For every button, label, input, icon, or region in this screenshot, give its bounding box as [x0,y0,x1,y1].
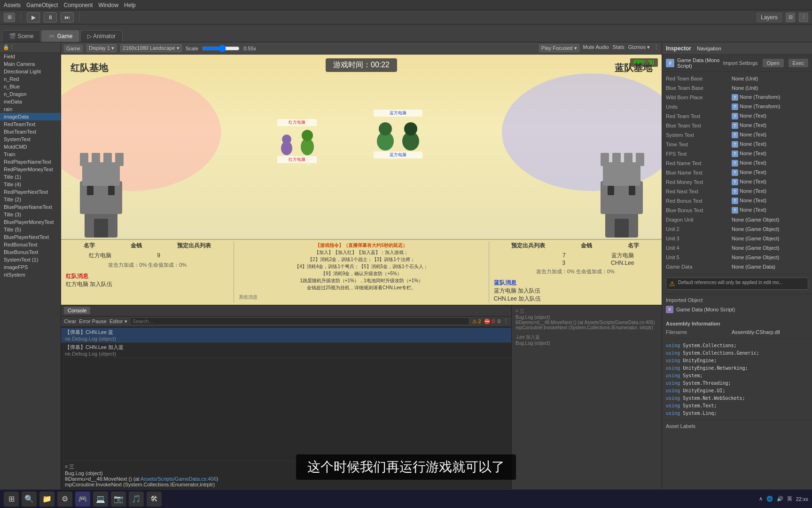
field-value-0[interactable]: None (Unit) [732,76,808,81]
hierarchy-item-medata[interactable]: meData [0,98,61,105]
field-value-8[interactable]: TNone (Text) [732,151,808,157]
menu-gameobject[interactable]: GameObject [26,2,58,8]
more-options[interactable]: ⋮ [654,44,659,52]
open-button[interactable]: Open [763,59,784,67]
menu-help[interactable]: Help [124,2,136,8]
taskbar-lang[interactable]: 英 [787,495,792,502]
console-search[interactable] [130,318,469,325]
field-value-17[interactable]: None (Game Object) [732,236,808,241]
tab-animator[interactable]: ▷ Animator [80,30,123,42]
exec-button[interactable]: Exec [789,59,808,67]
display-dropdown[interactable]: Display 1 ▾ [86,44,117,52]
taskbar-files[interactable]: 📁 [39,492,55,507]
hierarchy-item-bluepmoney[interactable]: BluePlayerMoneyText [0,218,61,226]
layout-btn[interactable]: ⊟ [786,13,795,22]
taskbar-browser[interactable]: 🔍 [22,492,37,507]
hierarchy-item-systemtext1[interactable]: SystemText (1) [0,256,61,263]
resolution-dropdown[interactable]: 2160x1080 Landscape ▾ [120,44,181,52]
field-value-2[interactable]: TNone (Transform) [732,94,808,101]
field-value-9[interactable]: TNone (Text) [732,160,808,167]
field-value-15[interactable]: None (Game Object) [732,217,808,222]
field-value-14[interactable]: TNone (Text) [732,207,808,214]
taskbar-photo[interactable]: 📷 [111,492,126,507]
step-button[interactable]: ⏭ [61,12,74,23]
hierarchy-item-title4[interactable]: Title (4) [0,181,61,188]
hierarchy-item-blueplayer[interactable]: BluePlayerNameText [0,203,61,211]
field-value-6[interactable]: TNone (Text) [732,132,808,138]
hierarchy-item-nblue[interactable]: n_Blue [0,83,61,90]
hierarchy-item-redplayernamtext[interactable]: RedPlayerNameText [0,158,61,166]
console-msg-1[interactable]: 【弹幕】CHN.Lee 蓝 ne.Debug.Log (object) [61,328,511,343]
taskbar-settings[interactable]: ⚙ [57,492,72,507]
tab-scene[interactable]: 🎬 Scene [2,30,40,42]
navigation-title[interactable]: Navigation [697,46,721,51]
hierarchy-item-redteamtext[interactable]: RedTeamText [0,120,61,128]
taskbar-tools[interactable]: 🛠 [147,492,162,507]
hierarchy-lock[interactable]: 🔒 [3,44,9,50]
mute-audio-btn[interactable]: Mute Audio [583,44,609,52]
play-button[interactable]: ▶ [27,12,40,23]
console-msg-2[interactable]: 【弹幕】CHN.Lee 加入蓝 ne.Debug.Log (object) [61,343,511,358]
field-value-4[interactable]: TNone (Text) [732,113,808,119]
field-value-11[interactable]: TNone (Text) [732,179,808,185]
hierarchy-item-bluepnext[interactable]: BluePlayerNextText [0,233,61,241]
hierarchy-item-title1[interactable]: Title (1) [0,173,61,181]
hierarchy-item-maincam[interactable]: Main Camera [0,60,61,68]
field-value-13[interactable]: TNone (Text) [732,198,808,204]
menu-window[interactable]: Window [98,2,118,8]
console-editor[interactable]: Editor ▾ [109,318,127,325]
stats-btn[interactable]: Stats [613,44,625,52]
field-value-19[interactable]: None (Game Object) [732,254,808,260]
hierarchy-item-title5[interactable]: Title (5) [0,226,61,233]
taskbar-music[interactable]: 🎵 [129,492,144,507]
console-more[interactable]: ⋮ [503,318,508,325]
hierarchy-item-ndragon[interactable]: n_Dragon [0,90,61,98]
toolbar-collapse[interactable]: ⊞ [4,13,15,22]
taskbar-arrow[interactable]: ∧ [759,496,763,502]
hierarchy-item-field[interactable]: Field [0,53,61,60]
console-clear[interactable]: Clear [64,318,76,324]
console-error-pause[interactable]: Error Pause [79,318,107,324]
hierarchy-item-redbonus[interactable]: RedBonusText [0,241,61,248]
hierarchy-item-redplayernexttext[interactable]: RedPlayerNextText [0,188,61,196]
tab-game[interactable]: 🎮 Game [41,30,79,42]
play-focused-dropdown[interactable]: Play Focused ▾ [539,44,579,52]
field-value-1[interactable]: None (Unit) [732,85,808,91]
taskbar-ide[interactable]: 💻 [93,492,108,507]
field-value-16[interactable]: None (Game Object) [732,226,808,232]
hierarchy-item-title3[interactable]: Title (3) [0,211,61,218]
menu-component[interactable]: Component [63,2,93,8]
hierarchy-item-dirlight[interactable]: Directional Light [0,68,61,75]
hierarchy-item-train[interactable]: Train [0,151,61,158]
field-value-12[interactable]: TNone (Text) [732,188,808,195]
layers-label[interactable]: Layers [757,13,782,22]
hierarchy-item-nred[interactable]: n_Red [0,75,61,83]
detail-file-link[interactable]: Assets/Scripts/GameData.cs:406 [141,476,216,482]
pause-button[interactable]: ⏸ [44,12,57,23]
taskbar-start[interactable]: ⊞ [4,492,19,507]
hierarchy-item-title2[interactable]: Title (2) [0,196,61,203]
scale-slider[interactable] [202,45,240,52]
console-tab-main[interactable]: Console [64,307,90,314]
hierarchy-item-systemtext[interactable]: SystemText [0,135,61,143]
hierarchy-item-redplayermoneytext[interactable]: RedPlayerMoneyText [0,166,61,173]
field-value-5[interactable]: TNone (Text) [732,122,808,129]
hierarchy-item-motdcmd[interactable]: MotdCMD [0,143,61,151]
hierarchy-more[interactable]: ⋮ [9,44,15,50]
field-value-20[interactable]: None (Game Data) [732,264,808,270]
field-value-10[interactable]: TNone (Text) [732,169,808,176]
taskbar-game[interactable]: 🎮 [75,492,90,507]
field-value-7[interactable]: TNone (Text) [732,141,808,148]
hierarchy-item-imagefps[interactable]: imageFPS [0,263,61,271]
field-value-18[interactable]: None (Game Object) [732,245,808,251]
hierarchy-item-imagedata[interactable]: imageData [0,113,61,120]
hierarchy-item-bluebonus[interactable]: BlueBonusText [0,248,61,256]
field-value-3[interactable]: TNone (Transform) [732,103,808,110]
gizmos-btn[interactable]: Gizmos ▾ [628,44,650,52]
hierarchy-item-rain[interactable]: rain [0,105,61,113]
menu-assets[interactable]: Assets [4,2,21,8]
hierarchy-item-blueteamtext[interactable]: BlueTeamText [0,128,61,135]
more-btn[interactable]: ⋮ [799,13,808,22]
game-mode-dropdown[interactable]: Game [64,45,83,52]
hierarchy-item-ntsystem[interactable]: ntSystem [0,271,61,278]
